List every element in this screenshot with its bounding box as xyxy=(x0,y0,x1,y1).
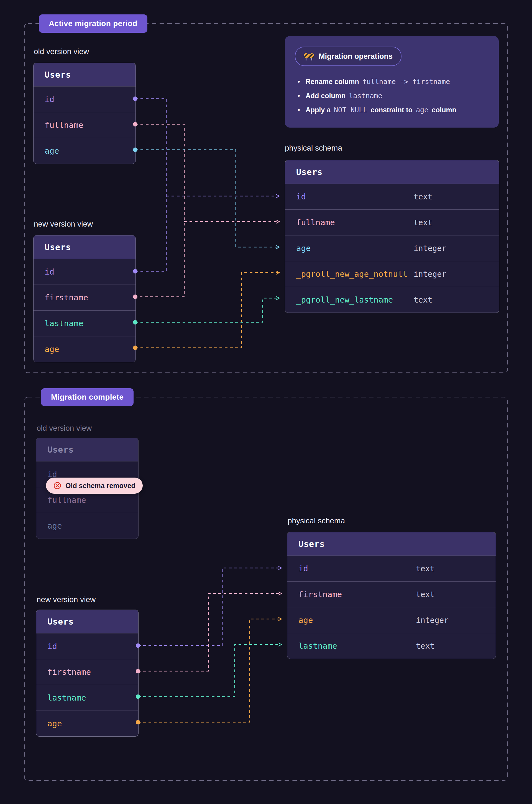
column-name: _pgroll_new_lastname xyxy=(296,295,393,305)
table-row-fullname: fullname xyxy=(34,112,135,138)
operation-text: Add column xyxy=(306,92,345,100)
label-physical-schema-1: physical schema xyxy=(285,144,342,152)
table-header: Users xyxy=(36,438,138,461)
section-badge-active-migration: Active migration period xyxy=(39,14,147,33)
table-row-firstname: firstname text xyxy=(287,581,496,607)
column-name: id xyxy=(299,564,308,573)
table-title: Users xyxy=(48,617,74,626)
label-new-version-view-1: new version view xyxy=(34,220,93,229)
table-header: Users xyxy=(287,532,496,556)
table-row-lastname: lastname xyxy=(34,310,135,336)
table-row-id: id text xyxy=(285,184,499,209)
table-title: Users xyxy=(296,167,323,177)
badge-label: Migration complete xyxy=(51,393,124,402)
column-type: integer xyxy=(414,244,446,253)
operation-item-not-null: • Apply a NOT NULL constraint to age col… xyxy=(298,106,492,114)
table-row-age: age integer xyxy=(285,235,499,261)
table-row-lastname: lastname text xyxy=(287,633,496,659)
table-row-pgroll-new-lastname: _pgroll_new_lastname text xyxy=(285,287,499,313)
table-row-pgroll-new-age-notnull: _pgroll_new_age_notnull integer xyxy=(285,261,499,287)
column-name: age xyxy=(48,719,62,728)
table-row-id: id xyxy=(34,259,135,285)
column-name: id xyxy=(296,192,306,201)
table-row-age: age xyxy=(34,138,135,164)
column-name: age xyxy=(299,616,313,625)
column-name: fullname xyxy=(296,218,335,227)
pill-label: Migration operations xyxy=(319,52,393,61)
table-header: Users xyxy=(34,235,135,259)
table-physical-schema-2: Users id text firstname text age integer… xyxy=(287,532,496,659)
column-type: text xyxy=(414,295,432,305)
table-header: Users xyxy=(34,63,135,87)
wire-names-trunk xyxy=(135,124,184,297)
table-row-lastname: lastname xyxy=(36,685,138,711)
table-row-age: age xyxy=(36,513,138,538)
old-schema-removed-badge: Old schema removed xyxy=(46,478,143,494)
table-title: Users xyxy=(44,242,71,252)
column-name: lastname xyxy=(299,641,337,651)
bullet-icon: • xyxy=(298,106,300,114)
label-old-version-view-2: old version view xyxy=(37,424,92,433)
table-old-version-view-1: Users id fullname age xyxy=(33,63,136,164)
table-header: Users xyxy=(36,610,138,634)
operation-text: column xyxy=(432,106,456,114)
column-name: lastname xyxy=(48,693,86,702)
pgroll-migration-diagram: Active migration period old version view… xyxy=(0,0,532,804)
column-name: age xyxy=(296,243,310,253)
operation-text: Apply a xyxy=(306,106,330,114)
wire-age-to-physical-age-2 xyxy=(138,619,282,722)
column-name: age xyxy=(44,146,59,156)
operation-code: lastname xyxy=(349,92,382,100)
column-name: firstname xyxy=(44,293,88,302)
column-type: integer xyxy=(414,270,446,279)
wire-old-age-to-physical-age xyxy=(135,150,279,247)
label-physical-schema-2: physical schema xyxy=(288,516,345,525)
table-row-firstname: firstname xyxy=(36,659,138,685)
label-old-version-view-1: old version view xyxy=(34,47,89,56)
table-row-id: id xyxy=(36,634,138,659)
operation-code: fullname -> firstname xyxy=(362,78,450,86)
operation-text: constraint to xyxy=(370,106,412,114)
column-name: id xyxy=(44,95,54,104)
label-new-version-view-2: new version view xyxy=(37,595,96,604)
table-new-version-view-1: Users id firstname lastname age xyxy=(33,235,136,362)
operation-item-add-column: • Add column lastname xyxy=(298,92,492,100)
migration-operations-pill: Migration operations xyxy=(295,47,401,66)
migration-operations-list: • Rename column fullname -> firstname • … xyxy=(298,78,492,120)
column-type: text xyxy=(416,641,435,651)
table-row-age: age xyxy=(36,711,138,736)
operation-item-rename: • Rename column fullname -> firstname xyxy=(298,78,492,86)
section-badge-migration-complete: Migration complete xyxy=(41,388,134,406)
wire-firstname-to-physical-firstname-2 xyxy=(138,593,282,671)
table-row-fullname: fullname text xyxy=(285,209,499,235)
table-title: Users xyxy=(48,445,74,455)
wire-ids-trunk xyxy=(135,99,166,271)
construction-barrier-icon xyxy=(304,52,314,60)
table-header: Users xyxy=(285,160,499,184)
removed-badge-label: Old schema removed xyxy=(65,482,135,490)
migration-operations-panel: Migration operations • Rename column ful… xyxy=(285,36,499,128)
table-title: Users xyxy=(44,70,71,79)
bullet-icon: • xyxy=(298,92,300,100)
table-row-firstname: firstname xyxy=(34,285,135,310)
operation-code: age xyxy=(416,106,429,114)
column-type: integer xyxy=(416,616,449,625)
table-title: Users xyxy=(299,539,325,549)
table-physical-schema-1: Users id text fullname text age integer … xyxy=(285,160,499,313)
column-name: firstname xyxy=(299,590,342,599)
operation-text: Rename column xyxy=(306,78,359,86)
badge-label: Active migration period xyxy=(49,19,137,28)
table-row-age: age integer xyxy=(287,607,496,633)
bullet-icon: • xyxy=(298,78,300,86)
wire-new-lastname-to-pgroll-new-lastname xyxy=(135,298,279,322)
table-row-id: id xyxy=(34,87,135,112)
column-type: text xyxy=(416,564,435,573)
column-name: firstname xyxy=(48,667,91,677)
column-name: id xyxy=(48,641,57,651)
column-name: age xyxy=(48,521,62,531)
table-row-id: id text xyxy=(287,556,496,581)
circled-x-icon xyxy=(53,481,61,490)
column-type: text xyxy=(416,590,435,599)
operation-code: NOT NULL xyxy=(334,106,367,114)
column-type: text xyxy=(414,192,432,201)
